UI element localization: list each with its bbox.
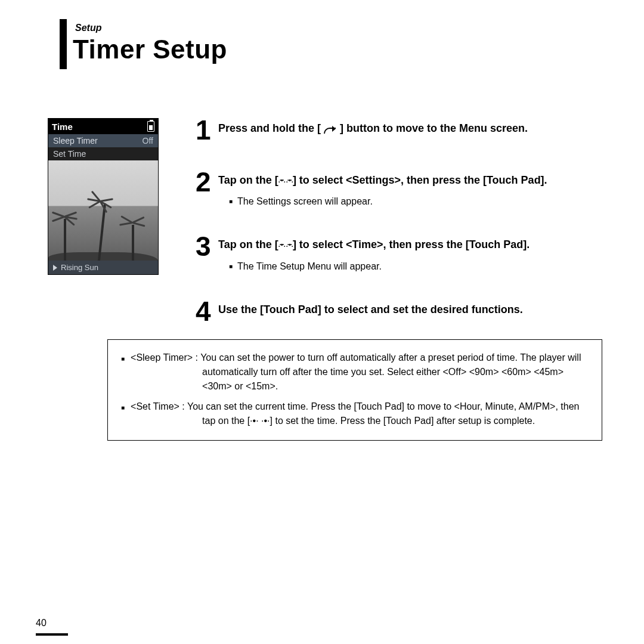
detail-sleep-timer: ■ <Sleep Timer> : You can set the power … xyxy=(121,351,589,394)
step-lead: Tap on the [] to select <Settings>, then… xyxy=(218,172,608,188)
updown-icon xyxy=(278,240,293,250)
step-lead: Tap on the [] to select <Time>, then pre… xyxy=(218,237,608,252)
device-nowplaying: Rising Sun xyxy=(48,261,158,274)
steps-list: 1 Press and hold the [ ] button to move … xyxy=(185,118,608,335)
title-block: Setup Timer Setup xyxy=(48,23,608,64)
device-screenshot: Time Sleep Timer Off Set Time xyxy=(48,118,185,275)
device-header-title: Time xyxy=(52,122,73,132)
device-nowplaying-label: Rising Sun xyxy=(61,263,98,272)
page-number-rule xyxy=(36,633,68,636)
step-number: 4 xyxy=(196,299,218,324)
bullet-icon: ■ xyxy=(121,354,125,394)
step-lead: Press and hold the [ ] button to move to… xyxy=(218,120,608,136)
page-number: 40 xyxy=(36,618,47,628)
device-row-label: Sleep Timer xyxy=(53,136,98,145)
device-wallpaper xyxy=(48,160,158,261)
step-2: 2 Tap on the [] to select <Settings>, th… xyxy=(196,170,608,207)
play-icon xyxy=(53,265,57,271)
step-number: 2 xyxy=(196,170,218,194)
updown-icon xyxy=(278,176,293,185)
detail-set-time: ■ <Set Time> : You can set the current t… xyxy=(121,400,589,428)
bullet-icon: ■ xyxy=(121,403,125,428)
title-rule xyxy=(60,19,67,69)
step-4: 4 Use the [Touch Pad] to select and set … xyxy=(196,299,608,324)
step-number: 1 xyxy=(196,118,218,143)
step-lead: Use the [Touch Pad] to select and set th… xyxy=(218,302,608,317)
manual-page: Setup Timer Setup Time Sleep Timer Off S… xyxy=(0,0,644,644)
page-title: Timer Setup xyxy=(73,35,608,64)
device-row-value: Off xyxy=(143,136,153,145)
step-number: 3 xyxy=(196,234,218,259)
details-box: ■ <Sleep Timer> : You can set the power … xyxy=(107,339,602,441)
device-row-set-time: Set Time xyxy=(48,147,158,160)
device-header: Time xyxy=(48,119,158,134)
step-sub: The Time Setup Menu will appear. xyxy=(218,261,608,272)
step-1: 1 Press and hold the [ ] button to move … xyxy=(196,118,608,143)
back-arrow-icon xyxy=(324,124,337,132)
step-sub: The Settings screen will appear. xyxy=(218,196,608,207)
device-row-label: Set Time xyxy=(53,149,86,159)
section-eyebrow: Setup xyxy=(73,23,608,33)
device-row-sleep-timer: Sleep Timer Off xyxy=(48,134,158,147)
step-3: 3 Tap on the [] to select <Time>, then p… xyxy=(196,234,608,271)
battery-icon xyxy=(147,121,154,132)
